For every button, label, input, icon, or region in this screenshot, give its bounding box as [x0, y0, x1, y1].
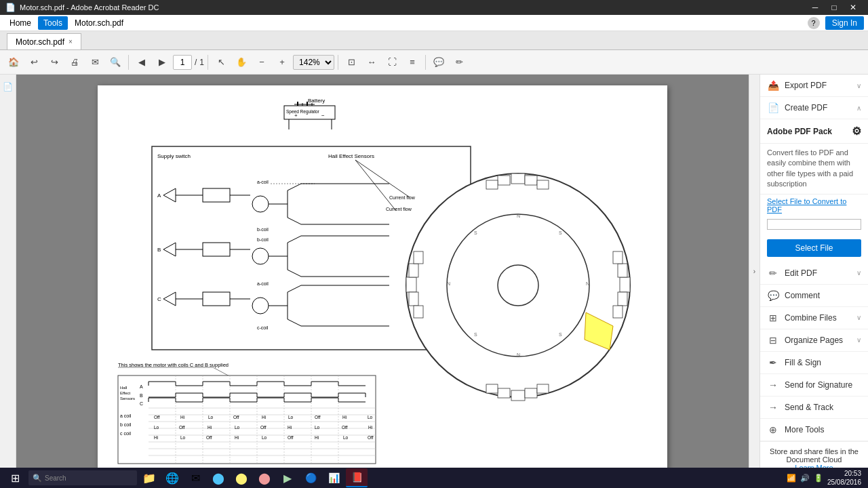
svg-rect-85	[613, 306, 623, 318]
start-button[interactable]: ⊞	[3, 468, 27, 487]
taskbar-files-button[interactable]: 📁	[138, 468, 160, 487]
read-mode-button[interactable]: ≡	[403, 53, 422, 72]
next-page-button[interactable]: ▶	[153, 53, 172, 72]
svg-text:Off: Off	[315, 415, 321, 420]
fullscreen-button[interactable]: ⛶	[382, 53, 401, 72]
back-button[interactable]: ↩	[24, 53, 43, 72]
svg-text:b-coil: b-coil	[257, 227, 269, 232]
svg-point-42	[252, 248, 269, 264]
export-pdf-tool[interactable]: 📤 Export PDF ∨	[760, 75, 868, 97]
fit-width-button[interactable]: ↔	[362, 53, 381, 72]
window-title: Motor.sch.pdf - Adobe Acrobat Reader DC	[20, 3, 159, 12]
taskbar-app2-button[interactable]: ⬤	[231, 468, 252, 487]
maximize-button[interactable]: □	[825, 0, 844, 15]
zoom-in-button[interactable]: +	[273, 53, 292, 72]
taskbar-battery-icon[interactable]: 🔋	[814, 474, 823, 483]
email-button[interactable]: ✉	[85, 53, 104, 72]
help-icon[interactable]: ?	[808, 17, 820, 29]
export-expand-icon: ∨	[856, 82, 861, 89]
panel-toggle[interactable]: ›	[749, 75, 760, 468]
taskbar-right: 📶 🔊 🔋 20:53 25/08/2016	[787, 469, 865, 487]
chevron-left-icon: ›	[753, 268, 755, 275]
svg-text:b coil: b coil	[120, 422, 132, 427]
send-track-label: Send & Track	[785, 403, 833, 412]
svg-text:N: N	[517, 214, 520, 218]
send-signature-tool[interactable]: → Send for Signature	[760, 374, 868, 396]
taskbar-clock[interactable]: 20:53 25/08/2016	[827, 469, 861, 487]
zoom-select[interactable]: 142% 100% 75% 50%	[293, 55, 334, 70]
taskbar-app3-button[interactable]: ⬤	[254, 468, 275, 487]
taskbar-search[interactable]: 🔍 Search	[28, 470, 137, 485]
date-display: 25/08/2016	[827, 478, 861, 487]
svg-rect-81	[620, 277, 630, 292]
taskbar-app5-button[interactable]: 🔵	[300, 468, 321, 487]
organize-icon: ⊟	[767, 335, 779, 346]
home-toolbar-button[interactable]: 🏠	[4, 53, 23, 72]
sep2	[208, 55, 208, 70]
menu-home[interactable]: Home	[4, 16, 37, 30]
send-track-tool[interactable]: → Send & Track	[760, 396, 868, 419]
more-tools-tool[interactable]: ⊕ More Tools	[760, 419, 868, 441]
taskbar-browser-button[interactable]: 🌐	[161, 468, 183, 487]
taskbar-mail-button[interactable]: ✉	[184, 468, 206, 487]
organize-pages-tool[interactable]: ⊟ Organize Pages ∨	[760, 329, 868, 352]
edit-pdf-icon: ✏	[767, 268, 779, 279]
svg-text:c-coil: c-coil	[257, 325, 269, 330]
taskbar-app6-button[interactable]: 📊	[323, 468, 344, 487]
minimize-button[interactable]: ─	[806, 0, 825, 15]
fit-page-button[interactable]: ⊡	[342, 53, 361, 72]
more-tools-icon: ⊕	[767, 424, 779, 435]
select-file-link[interactable]: Select File to Convert to PDF	[760, 195, 868, 215]
pdf-viewport[interactable]: Battery Speed Regulator + − Supply switc…	[16, 75, 749, 468]
markup-button[interactable]: ✏	[450, 53, 469, 72]
taskbar-sound-icon[interactable]: 🔊	[800, 474, 810, 483]
left-panel-icon[interactable]: 📄	[1, 80, 15, 94]
svg-rect-82	[618, 264, 627, 277]
pointer-tool-button[interactable]: ↖	[212, 53, 231, 72]
comment-button[interactable]: 💬	[429, 53, 448, 72]
pdf-pack-title: Adobe PDF Pack	[767, 127, 832, 136]
fill-sign-label: Fill & Sign	[785, 358, 821, 367]
prev-page-button[interactable]: ◀	[132, 53, 151, 72]
svg-text:A: A	[140, 384, 143, 389]
close-button[interactable]: ✕	[844, 0, 863, 15]
menu-file[interactable]: Motor.sch.pdf	[69, 16, 129, 30]
edit-pdf-tool[interactable]: ✏ Edit PDF ∨	[760, 262, 868, 285]
store-section: Store and share files in the Document Cl…	[760, 441, 868, 468]
fill-sign-tool[interactable]: ✒ Fill & Sign	[760, 352, 868, 374]
pdf-tab[interactable]: Motor.sch.pdf ×	[7, 33, 81, 49]
page-input[interactable]	[173, 55, 192, 70]
pdf-pack-settings-icon[interactable]: ⚙	[852, 125, 861, 138]
right-panel: 📤 Export PDF ∨ 📄 Create PDF ∧ Adobe PDF …	[760, 75, 868, 468]
svg-rect-84	[618, 292, 627, 306]
print-button[interactable]: 🖨	[65, 53, 84, 72]
taskbar-acrobat-button[interactable]: 📕	[346, 468, 368, 487]
forward-button[interactable]: ↪	[45, 53, 64, 72]
taskbar-network-icon[interactable]: 📶	[787, 474, 796, 483]
organize-pages-label: Organize Pages	[785, 336, 843, 345]
svg-text:Lo: Lo	[315, 425, 320, 430]
taskbar-search-icon: 🔍	[33, 474, 42, 483]
taskbar-app4-button[interactable]: ▶	[277, 468, 298, 487]
file-input[interactable]	[767, 219, 861, 230]
zoom-out-button[interactable]: −	[252, 53, 271, 72]
svg-rect-89	[498, 388, 510, 398]
svg-text:Hi: Hi	[262, 415, 266, 420]
hand-tool-button[interactable]: ✋	[232, 53, 251, 72]
sign-in-button[interactable]: Sign In	[825, 16, 864, 30]
edit-pdf-label: Edit PDF	[785, 268, 817, 278]
select-file-button[interactable]: Select File	[767, 239, 861, 257]
tab-bar: Motor.sch.pdf ×	[0, 31, 868, 50]
taskbar-app1-button[interactable]: ⬤	[208, 468, 229, 487]
create-pdf-label: Create PDF	[785, 103, 827, 113]
combine-expand-icon: ∨	[856, 314, 861, 321]
select-file-link-text[interactable]: Select File to Convert to PDF	[767, 197, 846, 214]
combine-files-tool[interactable]: ⊞ Combine Files ∨	[760, 307, 868, 329]
comment-tool[interactable]: 💬 Comment	[760, 285, 868, 307]
menu-tools[interactable]: Tools	[38, 16, 68, 30]
create-pdf-tool[interactable]: 📄 Create PDF ∧	[760, 97, 868, 119]
sep1	[128, 55, 129, 70]
search-button[interactable]: 🔍	[106, 53, 125, 72]
tab-close-button[interactable]: ×	[68, 38, 73, 45]
svg-text:A: A	[157, 192, 161, 199]
